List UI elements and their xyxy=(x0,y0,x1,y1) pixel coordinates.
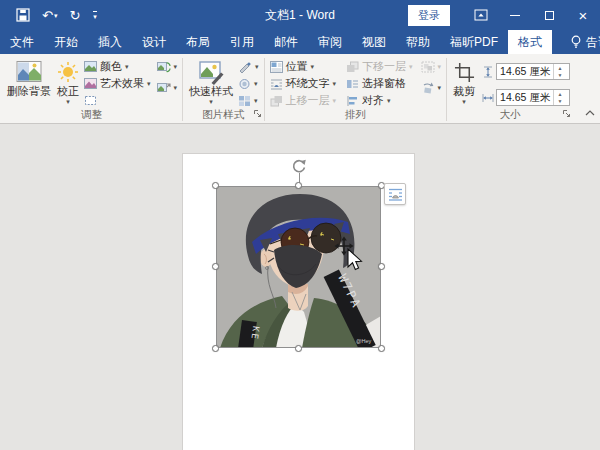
tab-tell-me[interactable]: 告诉我 xyxy=(560,30,600,54)
save-icon xyxy=(16,8,30,22)
crop-button[interactable]: 裁剪 ▾ xyxy=(450,57,478,106)
group-objects-icon xyxy=(421,61,435,73)
wrap-text-label: 环绕文字 xyxy=(286,76,330,91)
undo-button[interactable]: ↶ ▾ xyxy=(38,3,61,27)
selection-handle-sw[interactable] xyxy=(212,345,219,352)
artist-signature: @Hey xyxy=(356,338,372,344)
position-button[interactable]: 位置 ▾ xyxy=(268,58,339,75)
crop-icon xyxy=(454,59,475,85)
collapse-ribbon-button[interactable] xyxy=(585,105,595,119)
bring-forward-icon xyxy=(270,95,283,107)
ribbon-display-options-button[interactable] xyxy=(464,0,498,30)
bring-forward-button[interactable]: 上移一层 ▾ xyxy=(268,92,339,109)
redo-icon: ↻ xyxy=(69,9,80,22)
redo-button[interactable]: ↻ xyxy=(65,3,84,27)
align-button[interactable]: 对齐 ▾ xyxy=(344,92,415,109)
wrap-text-button[interactable]: 环绕文字 ▾ xyxy=(268,75,339,92)
shape-width-field: ▲ ▼ xyxy=(496,89,570,106)
tab-format[interactable]: 格式 xyxy=(508,30,552,54)
picture-effects-button[interactable]: ▾ xyxy=(236,75,261,92)
save-button[interactable] xyxy=(12,3,34,27)
send-backward-button[interactable]: 下移一层 ▾ xyxy=(344,58,415,75)
artistic-effects-icon xyxy=(84,78,97,89)
transparency-button[interactable] xyxy=(82,92,153,109)
selection-handle-w[interactable] xyxy=(212,263,219,270)
dialog-launcher-icon xyxy=(562,109,571,118)
document-page[interactable]: W7PA KE @Hey xyxy=(182,153,415,450)
titlebar-controls: 登录 × xyxy=(408,0,600,30)
minimize-icon xyxy=(510,15,520,16)
group-adjust: 删除背景 校正 ▾ 颜色 ▾ 艺术效果 ▾ xyxy=(1,56,182,123)
change-picture-icon xyxy=(157,61,171,73)
arrange-group-label: 排列 xyxy=(265,108,447,122)
selection-handle-e[interactable] xyxy=(378,263,385,270)
tab-design[interactable]: 设计 xyxy=(132,30,176,54)
selection-handle-se[interactable] xyxy=(378,345,385,352)
selection-handle-n[interactable] xyxy=(295,182,302,189)
selection-pane-button[interactable]: 选择窗格 xyxy=(344,75,415,92)
document-area[interactable]: W7PA KE @Hey xyxy=(0,124,600,450)
send-backward-dropdown-arrow-icon: ▾ xyxy=(409,63,413,71)
stepper-down-icon: ▼ xyxy=(558,72,563,79)
stepper-up-icon: ▲ xyxy=(558,65,563,72)
customize-qat-button[interactable]: ▾ xyxy=(88,3,101,27)
picture-border-button[interactable]: ▾ xyxy=(236,58,261,75)
corrections-button[interactable]: 校正 ▾ xyxy=(54,57,82,106)
tab-review[interactable]: 审阅 xyxy=(308,30,352,54)
shape-height-icon xyxy=(482,66,494,78)
picture-effects-dropdown-arrow-icon: ▾ xyxy=(254,80,258,88)
picture-effects-icon xyxy=(238,78,251,90)
rotate-objects-dropdown-arrow-icon: ▾ xyxy=(438,84,442,92)
tab-mailings[interactable]: 邮件 xyxy=(264,30,308,54)
maximize-icon xyxy=(545,11,554,20)
color-icon xyxy=(84,61,97,72)
picture-styles-dialog-launcher[interactable] xyxy=(253,107,262,121)
rotate-objects-button[interactable]: ▾ xyxy=(419,79,444,96)
reset-picture-button[interactable]: ▾ xyxy=(155,79,180,96)
change-picture-dropdown-arrow-icon: ▾ xyxy=(174,63,178,71)
layout-options-button[interactable] xyxy=(384,183,406,205)
tab-view[interactable]: 视图 xyxy=(352,30,396,54)
color-dropdown-arrow-icon: ▾ xyxy=(125,63,129,71)
ribbon-tab-bar: 文件 开始 插入 设计 布局 引用 邮件 审阅 视图 帮助 福昕PDF 格式 告… xyxy=(0,30,600,54)
tab-references[interactable]: 引用 xyxy=(220,30,264,54)
crop-dropdown-arrow-icon: ▾ xyxy=(462,98,466,106)
size-group-label: 大小 xyxy=(447,108,573,122)
size-dialog-launcher[interactable] xyxy=(562,107,571,121)
artistic-effects-dropdown-arrow-icon: ▾ xyxy=(147,80,151,88)
picture-layout-icon xyxy=(238,95,251,107)
maximize-button[interactable] xyxy=(532,0,566,30)
shape-height-input[interactable] xyxy=(497,66,553,78)
artistic-effects-button[interactable]: 艺术效果 ▾ xyxy=(82,75,153,92)
sign-in-button[interactable]: 登录 xyxy=(408,5,450,26)
word-window: ↶ ▾ ↻ ▾ 文档1 - Word 登录 × 文件 开始 插入 设计 布局 xyxy=(0,0,600,450)
selection-pane-icon xyxy=(346,78,359,90)
picture-border-pen-icon xyxy=(238,61,252,73)
remove-background-button[interactable]: 删除背景 xyxy=(4,57,54,98)
align-dropdown-arrow-icon: ▾ xyxy=(387,97,391,105)
tab-help[interactable]: 帮助 xyxy=(396,30,440,54)
bring-forward-dropdown-arrow-icon: ▾ xyxy=(333,97,337,105)
color-button[interactable]: 颜色 ▾ xyxy=(82,58,153,75)
artistic-effects-label: 艺术效果 xyxy=(100,76,144,91)
group-objects-button[interactable]: ▾ xyxy=(419,58,444,75)
shape-width-stepper[interactable]: ▲ ▼ xyxy=(553,90,566,105)
change-picture-button[interactable]: ▾ xyxy=(155,58,180,75)
tab-insert[interactable]: 插入 xyxy=(88,30,132,54)
shape-height-stepper[interactable]: ▲ ▼ xyxy=(553,64,566,79)
tab-file[interactable]: 文件 xyxy=(0,30,44,54)
tab-foxit-pdf[interactable]: 福昕PDF xyxy=(440,30,508,54)
send-backward-label: 下移一层 xyxy=(362,59,406,74)
selection-handle-s[interactable] xyxy=(295,345,302,352)
shape-width-input[interactable] xyxy=(497,92,553,104)
rotation-handle[interactable] xyxy=(291,158,307,177)
close-button[interactable]: × xyxy=(566,0,600,30)
tab-layout[interactable]: 布局 xyxy=(176,30,220,54)
tab-home[interactable]: 开始 xyxy=(44,30,88,54)
quick-styles-button[interactable]: 快速样式 ▾ xyxy=(186,57,236,106)
crop-label: 裁剪 xyxy=(453,85,475,98)
selection-handle-nw[interactable] xyxy=(212,182,219,189)
position-dropdown-arrow-icon: ▾ xyxy=(311,63,315,71)
minimize-button[interactable] xyxy=(498,0,532,30)
rotate-objects-icon xyxy=(421,82,435,94)
